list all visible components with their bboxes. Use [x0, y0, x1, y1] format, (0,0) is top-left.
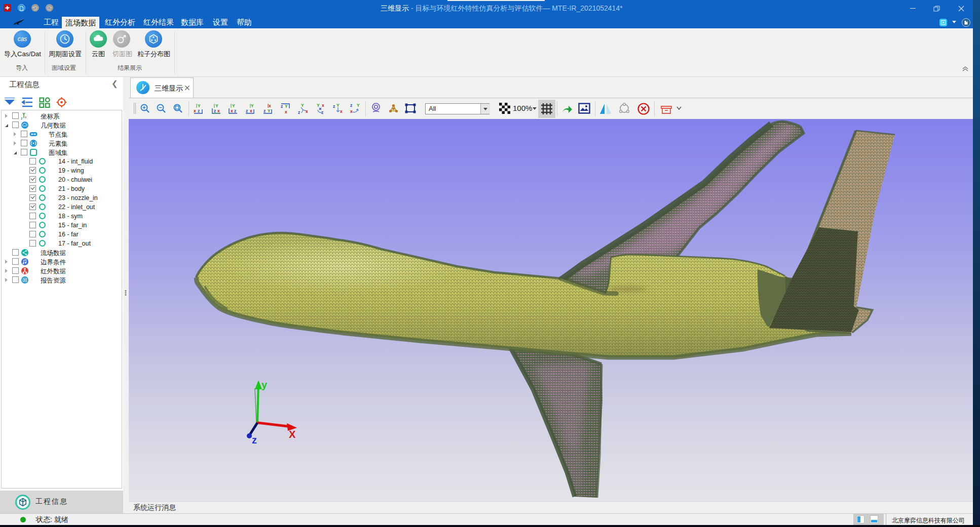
svg-text:z: z [333, 104, 335, 109]
svg-text:x: x [340, 109, 343, 114]
svg-text:Y: Y [301, 103, 304, 108]
svg-text:Y: Y [215, 103, 218, 108]
svg-text:x: x [217, 108, 220, 113]
svg-text:Y: Y [251, 103, 254, 108]
svg-text:z: z [321, 110, 323, 115]
svg-text:z: z [350, 103, 352, 108]
svg-text:Y: Y [317, 103, 320, 108]
svg-text:z: z [281, 104, 283, 109]
svg-text:x: x [285, 109, 287, 114]
svg-text:Y: Y [198, 103, 201, 108]
svg-text:z: z [234, 108, 236, 113]
svg-text:x: x [25, 115, 27, 119]
svg-text:x: x [250, 108, 252, 113]
svg-text:Y: Y [268, 108, 271, 113]
svg-text:z: z [298, 110, 300, 115]
svg-text:z: z [198, 108, 200, 113]
svg-text:x: x [231, 108, 233, 113]
svg-text:Y: Y [285, 104, 288, 109]
svg-text:z: z [263, 108, 266, 113]
svg-text:z: z [252, 434, 257, 445]
svg-text:Y: Y [336, 103, 340, 108]
svg-text:z: z [21, 116, 23, 120]
svg-text:x: x [194, 108, 196, 113]
svg-text:y: y [261, 379, 268, 390]
svg-text:Y: Y [232, 103, 235, 108]
svg-text:x: x [350, 109, 353, 114]
svg-text:z: z [246, 108, 248, 113]
svg-text:Y: Y [357, 103, 360, 108]
svg-text:X: X [289, 429, 296, 440]
svg-text:x: x [306, 109, 308, 114]
svg-text:x: x [322, 103, 324, 108]
svg-text:z: z [214, 108, 216, 113]
svg-text:x: x [269, 103, 271, 108]
